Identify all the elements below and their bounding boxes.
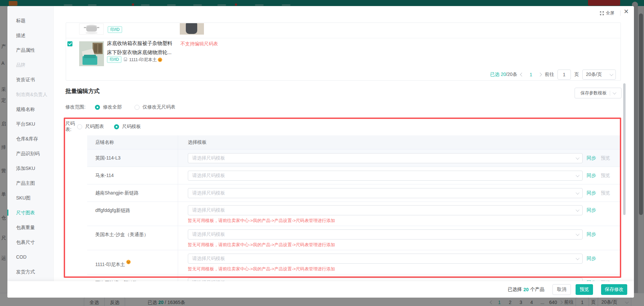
chart-image-label[interactable]: 尺码图表 — [85, 124, 104, 130]
radio-chart-image[interactable] — [77, 124, 82, 129]
product-checkbox[interactable] — [67, 41, 72, 46]
list-current-page[interactable]: 1 — [527, 70, 535, 80]
sidebar-item-attributes[interactable]: 产品属性 — [7, 43, 53, 57]
sidebar-item-add-sku[interactable]: 添加SKU — [7, 161, 53, 176]
shop-name: 马来-114 — [95, 173, 114, 179]
preview-link-disabled: 预览 — [601, 190, 610, 196]
sidebar-item-spec-name[interactable]: 规格名称 — [7, 102, 53, 117]
size-chart-image — [180, 23, 204, 35]
chevron-down-icon — [576, 256, 579, 260]
sidebar-item-title[interactable]: 标题 — [7, 13, 53, 28]
sidebar-item-shipping[interactable]: 发货方式 — [7, 264, 53, 279]
sync-link[interactable]: 同步 — [587, 190, 596, 196]
table-header: 店铺名称 选择模板 — [87, 135, 621, 149]
radio-scope-no-chart[interactable] — [135, 105, 140, 110]
shop-name: 越南Shangjie-新链路 — [95, 190, 139, 196]
sidebar-item-package-weight[interactable]: 包裹重量 — [7, 220, 53, 235]
no-template-warning: 暂无可用模板，请前往卖家中心->我的产品->产品设置->尺码表管理进行添加 — [188, 218, 621, 224]
sidebar-item-manufacturer: 制造商&负责人 — [7, 87, 53, 102]
footer-selected-suffix: 个产品 — [530, 287, 544, 293]
product-shop-name: 1111-印尼本土 — [129, 57, 162, 63]
sidebar-item-package-size[interactable]: 包裹尺寸 — [7, 235, 53, 250]
storage-box-image — [79, 41, 104, 66]
close-icon[interactable]: × — [624, 7, 629, 15]
preview-button[interactable]: 预览 — [576, 284, 593, 295]
scope-all-label[interactable]: 修改全部 — [103, 104, 122, 110]
page-unit-label: 页 — [574, 72, 579, 78]
chevron-down-icon — [576, 232, 579, 236]
next-page-icon[interactable] — [538, 73, 542, 76]
chart-template-label[interactable]: 尺码模板 — [122, 124, 141, 130]
fullscreen-button[interactable]: 全屏 — [600, 10, 614, 16]
sidebar-item-cod[interactable]: COD — [7, 250, 53, 264]
sidebar-item-main-image[interactable]: 产品主图 — [7, 176, 53, 190]
sync-link[interactable]: 同步 — [587, 207, 596, 213]
template-select[interactable]: 请选择尺码模板 — [188, 188, 583, 198]
unsupported-status: 不支持编辑尺码表 — [180, 41, 218, 47]
table-row: 越南Shangjie-新链路 请选择尺码模板 同步 预览 — [87, 184, 621, 202]
store-icon — [123, 57, 128, 62]
table-row: 马来-114 请选择尺码模板 同步 预览 — [87, 167, 621, 184]
preview-link-disabled: 预览 — [601, 155, 610, 161]
select-placeholder: 请选择尺码模板 — [192, 173, 225, 179]
chevron-down-icon — [612, 91, 616, 94]
radio-chart-template[interactable] — [114, 124, 119, 129]
template-select[interactable]: 请选择尺码模板 — [188, 171, 583, 181]
chevron-down-icon — [576, 208, 579, 212]
table-row: dffgfddgfg新链路 请选择尺码模板 同步 暂无可用模板，请前往卖家中心-… — [87, 202, 621, 226]
sync-link[interactable]: 同步 — [587, 155, 596, 161]
row-divider — [66, 38, 621, 38]
product-title-line2: 床下卧室衣物床底储物滑轮... — [107, 49, 172, 56]
save-param-template-button[interactable]: 保存参数模板 — [575, 88, 622, 98]
chevron-down-icon — [609, 72, 613, 76]
cylinder-image — [180, 23, 204, 35]
template-select[interactable]: 请选择尺码模板 — [188, 205, 583, 215]
sync-link[interactable]: 同步 — [587, 173, 596, 179]
radio-scope-all[interactable] — [95, 105, 100, 110]
batch-edit-title: 批量编辑方式 — [65, 87, 100, 95]
list-selected-count: 已选 20 — [490, 72, 506, 77]
save-button[interactable]: 保存修改 — [601, 284, 627, 295]
template-select[interactable]: 请选择尺码模板 — [188, 153, 583, 163]
sidebar-item-product-code[interactable]: 产品识别码 — [7, 146, 53, 161]
page-input[interactable]: 1 — [557, 70, 571, 80]
preview-link-disabled: 预览 — [601, 173, 610, 179]
list-pagination: 已选 20/20条 1 前往 1 页 20条/页 — [490, 69, 616, 80]
shop-name: 美国本土-沙盒（美通墨） — [95, 232, 149, 238]
modal-footer: 已选择 20 个产品 取消 预览 保存修改 — [7, 281, 634, 298]
page-size-select[interactable]: 20条/页 — [582, 70, 616, 80]
modal-sidebar: 标题 描述 产品属性 品牌 资质证书 制造商&负责人 规格名称 平台SKU 仓库… — [7, 6, 54, 298]
scope-label: 修改范围: — [65, 104, 95, 110]
screen: 产 A 采 定 启 排 营 单 仓 尺 运 全选 反选 已选 20 / 1636… — [0, 0, 644, 306]
goto-label: 前往 — [545, 72, 554, 78]
cancel-button[interactable]: 取消 — [552, 284, 571, 295]
modal-scrollbar-thumb[interactable] — [623, 83, 626, 215]
table-row: 英国-114-L3 请选择尺码模板 同步 预览 — [87, 149, 621, 167]
smiley-emoji — [126, 260, 131, 264]
template-select[interactable]: 请选择尺码模板 — [188, 254, 583, 264]
table-row: 1111-印尼本土 请选择尺码模板 同步 暂无可用模板，请前往卖家中心->我的产… — [87, 250, 621, 274]
sidebar-item-description[interactable]: 描述 — [7, 28, 53, 43]
prev-page-icon[interactable] — [520, 73, 524, 76]
scope-no-chart-label[interactable]: 仅修改无尺码表 — [143, 104, 175, 110]
select-placeholder: 请选择尺码模板 — [192, 190, 225, 196]
sync-link[interactable]: 同步 — [587, 256, 596, 262]
table-row: 美国本土-沙盒（美通墨） 请选择尺码模板 同步 暂无可用模板，请前往卖家中心->… — [87, 226, 621, 250]
channel-tag: 印/ID — [108, 26, 122, 33]
smiley-emoji — [158, 57, 162, 62]
sidebar-item-sku-image[interactable]: SKU图 — [7, 190, 53, 205]
sidebar-item-certificate[interactable]: 资质证书 — [7, 72, 53, 87]
sidebar-item-platform-sku[interactable]: 平台SKU — [7, 117, 53, 131]
channel-tag: 印/ID — [107, 56, 121, 63]
sidebar-item-size-chart[interactable]: 尺寸图表 — [7, 205, 53, 220]
footer-selected-info: 已选择 20 个产品 — [507, 287, 544, 293]
chevron-down-icon — [576, 173, 579, 177]
select-placeholder: 请选择尺码模板 — [192, 155, 225, 161]
select-placeholder: 请选择尺码模板 — [192, 256, 225, 262]
template-select[interactable]: 请选择尺码模板 — [188, 229, 583, 239]
sidebar-item-warehouse[interactable]: 仓库&库存 — [7, 131, 53, 146]
header-divider — [620, 10, 621, 16]
sync-link[interactable]: 同步 — [587, 231, 596, 237]
chevron-down-icon — [576, 156, 579, 159]
button-divider — [610, 91, 610, 96]
